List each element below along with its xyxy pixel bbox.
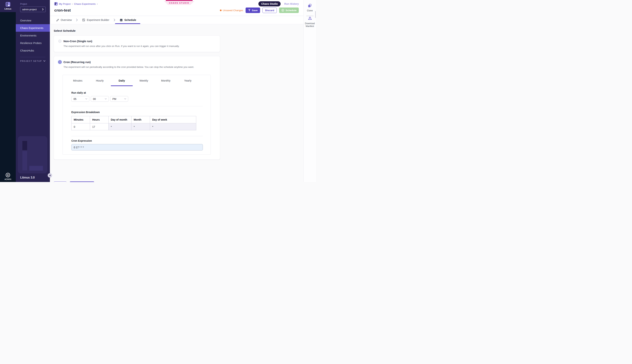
cell-day-of-week: * <box>150 123 196 130</box>
col-minutes: Minutes <box>72 116 90 123</box>
chaos-studio-toggle[interactable]: Chaos Studio <box>258 1 280 6</box>
breadcrumb-chaos-experiments[interactable]: Chaos Experiments <box>74 2 96 5</box>
unsaved-label: Unsaved Changes <box>223 9 243 12</box>
calendar-icon <box>120 18 123 22</box>
brand-name: Litmus <box>5 8 11 10</box>
cron-expression-input[interactable] <box>71 144 203 150</box>
sidebar-divider <box>20 57 46 57</box>
main: CHAOS STUDIO My Project › Chaos Experime… <box>50 0 304 182</box>
schedule-content: Select Schedule Non-Cron (Single run) Th… <box>50 24 304 182</box>
divider <box>71 106 203 106</box>
non-cron-card: Non-Cron (Single run) The experiment wil… <box>54 36 220 52</box>
breadcrumb: My Project › Chaos Experiments › <box>54 2 98 6</box>
radio-unselected-icon[interactable] <box>58 40 62 43</box>
cron-tab-minutes[interactable]: Minutes <box>67 75 89 86</box>
cron-config-panel: Minutes Hourly Daily Weekly Monthly Year… <box>63 75 211 155</box>
litmus-breadcrumb-icon <box>54 2 58 6</box>
run-history-toggle[interactable]: Run History <box>284 2 299 5</box>
page-header: CHAOS STUDIO My Project › Chaos Experime… <box>50 0 304 16</box>
hour-value: 05 <box>74 98 77 100</box>
sidebar-item-environments[interactable]: Environments <box>16 32 50 39</box>
view-toggle: Chaos Studio Run History <box>258 1 299 6</box>
cron-tab-monthly[interactable]: Monthly <box>155 75 177 86</box>
save-label: Save <box>252 9 258 12</box>
col-month: Month <box>132 116 150 123</box>
clone-action[interactable]: Clone <box>307 4 313 12</box>
breadcrumb-my-project[interactable]: My Project <box>59 2 71 5</box>
clone-label: Clone <box>307 9 313 12</box>
page-title: cron-test <box>54 8 71 12</box>
brand-tile: Litmus <box>0 0 16 12</box>
step-chevron-icon <box>114 18 115 22</box>
save-button[interactable]: Save <box>246 8 260 13</box>
meridiem-select[interactable]: PM <box>110 96 128 102</box>
collapse-arrow-icon <box>49 174 51 176</box>
tab-schedule-label: Schedule <box>124 18 136 22</box>
chevron-down-icon <box>124 98 126 100</box>
non-cron-description: The experiment will run once after you c… <box>64 45 216 48</box>
cron-tab-yearly[interactable]: Yearly <box>177 75 199 86</box>
wizard-steps: Overview Experiment Builder <box>50 16 304 24</box>
project-label: Project <box>20 3 50 5</box>
download-manifest-action[interactable]: Download Manifest <box>304 16 316 28</box>
meridiem-value: PM <box>113 98 116 100</box>
cron-title: Cron (Recurring run) <box>64 60 91 64</box>
sidebar-item-resilience-probes[interactable]: Resilience Probes <box>16 39 50 47</box>
sidebar-nav: Overview Chaos Experiments Environments … <box>16 17 50 54</box>
project-selector[interactable]: admin-project <box>20 6 46 12</box>
tab-experiment-builder[interactable]: Experiment Builder <box>82 16 109 24</box>
cron-tab-daily[interactable]: Daily <box>111 75 133 86</box>
col-hours: Hours <box>90 116 109 123</box>
divider <box>71 136 203 136</box>
litmus-watermark <box>18 136 47 174</box>
minute-value: 00 <box>93 98 96 100</box>
cron-expression-label: Cron Expression <box>71 139 211 142</box>
unsaved-changes-status: Unsaved Changes <box>220 9 243 12</box>
cell-month: * <box>132 123 150 130</box>
minute-select[interactable]: 00 <box>91 96 109 102</box>
sidebar-item-chaos-experiments[interactable]: Chaos Experiments <box>16 24 50 32</box>
step-chevron-icon <box>76 18 78 22</box>
project-setup-toggle[interactable]: PROJECT SETUP <box>20 60 46 62</box>
sidebar-item-chaoshubs[interactable]: ChaosHubs <box>16 47 50 54</box>
run-daily-at-label: Run daily at <box>71 91 211 94</box>
cell-hours: 17 <box>90 123 109 130</box>
tab-overview-label: Overview <box>61 18 72 22</box>
footer-buttons: Back Set Schedule <box>54 182 304 182</box>
expression-breakdown-table: Minutes Hours Day of month Month Day of … <box>71 116 196 130</box>
chevron-right-icon <box>42 8 44 10</box>
sidebar-collapse-button[interactable] <box>48 173 52 178</box>
cron-tab-hourly[interactable]: Hourly <box>89 75 111 86</box>
col-day-of-month: Day of month <box>109 116 132 123</box>
cron-description: The experiment will run periodically acc… <box>64 66 216 68</box>
scrollbar-thumb[interactable] <box>315 11 316 18</box>
pin-icon <box>248 9 251 12</box>
tab-schedule[interactable]: Schedule <box>120 16 136 24</box>
cron-card: Cron (Recurring run) The experiment will… <box>54 56 220 160</box>
pencil-icon <box>56 19 59 22</box>
back-button[interactable]: Back <box>54 182 67 182</box>
play-circle-icon <box>281 9 284 12</box>
cron-option[interactable]: Cron (Recurring run) <box>58 60 216 64</box>
non-cron-option[interactable]: Non-Cron (Single run) <box>58 40 216 43</box>
avatar[interactable]: A <box>6 173 10 177</box>
col-day-of-week: Day of week <box>150 116 196 123</box>
set-schedule-button[interactable]: Set Schedule <box>70 182 94 182</box>
schedule-button-disabled[interactable]: Schedule <box>279 8 299 13</box>
select-schedule-heading: Select Schedule <box>54 29 304 32</box>
radio-selected-icon[interactable] <box>58 60 62 64</box>
tab-experiment-builder-label: Experiment Builder <box>87 18 109 22</box>
brand-rail: Litmus A ADMIN <box>0 0 16 182</box>
sidebar-item-overview[interactable]: Overview <box>16 17 50 24</box>
discard-button[interactable]: Discard <box>262 8 277 13</box>
user-block: A ADMIN <box>5 173 11 182</box>
hour-select[interactable]: 05 <box>71 96 89 102</box>
chevron-down-icon <box>85 98 87 100</box>
cron-tab-weekly[interactable]: Weekly <box>133 75 155 86</box>
cron-tabs: Minutes Hourly Daily Weekly Monthly Year… <box>63 75 211 86</box>
builder-icon <box>82 18 85 22</box>
breadcrumb-separator: › <box>97 2 98 5</box>
chevron-down-icon <box>105 98 107 100</box>
discard-label: Discard <box>265 9 274 12</box>
tab-overview[interactable]: Overview <box>56 16 72 24</box>
